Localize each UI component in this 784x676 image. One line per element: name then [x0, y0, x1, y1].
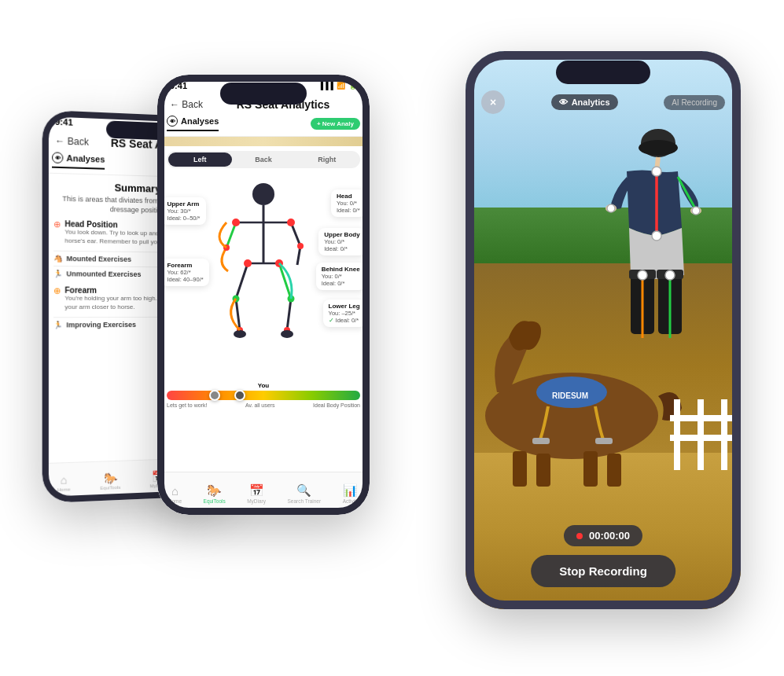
svg-rect-31 [532, 438, 550, 444]
fence-svg [670, 391, 733, 470]
search-label-m: Search Trainer [288, 498, 322, 504]
back-button-middle[interactable]: ← Back [170, 99, 203, 110]
tab-equitools-left[interactable]: 🐎 EquiTools [100, 472, 120, 490]
view-tabs: Left Back Right [167, 151, 360, 168]
phone-right: RIDESUM [466, 51, 741, 609]
recording-dot [576, 533, 583, 539]
runner-icon-1: 🏃 [53, 270, 62, 277]
close-button[interactable]: × [481, 90, 505, 114]
phone-middle-notch [220, 83, 307, 105]
you-label: You [167, 382, 360, 389]
tab-home-left[interactable]: ⌂ Home [57, 473, 70, 492]
metric-forearm: Forearm You: 62/* Ideal: 40–90/* [161, 259, 208, 286]
tab-equitools-middle[interactable]: 🐎 EquiTools [204, 483, 226, 504]
ai-label: AI Recording [672, 98, 717, 107]
ai-badge: AI Recording [664, 95, 725, 110]
signal-icon-m: ▐▐▐ [318, 82, 333, 90]
analytics-label: Analytics [572, 97, 610, 107]
svg-rect-26 [536, 454, 550, 487]
equitools-icon-left: 🐎 [104, 472, 117, 485]
rider-pose-svg [583, 118, 717, 417]
new-button-middle[interactable]: + New Analy [311, 118, 360, 130]
svg-point-50 [607, 204, 615, 212]
diary-icon-m: 📅 [249, 483, 264, 498]
svg-rect-28 [607, 454, 621, 487]
phone-middle: 9:41 ▐▐▐ 📶 🔋 ← Back RS Seat Analytics 👁 … [157, 75, 370, 515]
back-button-left[interactable]: ← Back [55, 135, 89, 148]
view-tab-right[interactable]: Right [295, 152, 359, 167]
time-middle: 9:41 [170, 81, 187, 90]
recording-bar: 00:00:00 [564, 525, 642, 546]
svg-rect-27 [583, 451, 598, 487]
metric-upper-body: Upper Body You: 0/* Ideal: 0/* [318, 228, 365, 255]
equitools-label-left: EquiTools [100, 485, 120, 490]
head-icon: ⊕ [53, 219, 61, 230]
svg-rect-25 [513, 451, 527, 487]
view-tab-back[interactable]: Back [232, 152, 296, 167]
metric-lower-leg: Lower Leg You: –25/* ✓ Ideal: 0/* [323, 299, 366, 327]
diary-label-m: MyDiary [247, 498, 266, 504]
progress-mid-label: Av. all users [245, 402, 274, 408]
home-label-m: Home [168, 498, 182, 504]
metrics-overlay: Upper Arm You: 30/* Ideal: 0–50/* Head Y… [157, 173, 370, 377]
stop-recording-button[interactable]: Stop Recording [531, 555, 675, 587]
right-top-bar: × 👁 Analytics AI Recording [481, 90, 725, 114]
tabs-middle: 👁 Analyses + New Analy [157, 116, 370, 137]
svg-rect-32 [595, 438, 613, 444]
svg-point-48 [638, 270, 647, 280]
svg-point-46 [652, 167, 661, 176]
dot-avg [234, 390, 245, 401]
progress-bar [167, 391, 360, 400]
metric-head: Head You: 0/* Ideal: 0/* [331, 189, 366, 217]
runner-icon-2: 🏃 [53, 321, 62, 329]
equitools-icon-m: 🐎 [207, 483, 222, 498]
wifi-icon-m: 📶 [337, 82, 345, 90]
metric-behind-knee: Behind Knee You: 0/* Ideal: 0/* [316, 263, 366, 290]
tab-home-middle[interactable]: ⌂ Home [168, 484, 182, 504]
tab-analyses-middle[interactable]: 👁 Analyses [167, 116, 219, 131]
home-label-left: Home [57, 487, 70, 492]
arena-strip [157, 137, 370, 146]
activity-label-m: Activity [343, 498, 359, 504]
progress-section: You Lets get to work! Av. all users Idea… [157, 377, 370, 413]
progress-left-label: Lets get to work! [167, 402, 207, 408]
svg-rect-56 [670, 435, 733, 441]
svg-point-51 [692, 207, 700, 215]
equitools-label-m: EquiTools [204, 498, 226, 504]
bottom-tab-bar-middle: ⌂ Home 🐎 EquiTools 📅 MyDiary 🔍 Search Tr… [157, 472, 370, 515]
home-icon-m: ⌂ [171, 484, 179, 498]
progress-labels: Lets get to work! Av. all users Ideal Bo… [167, 402, 360, 408]
analytics-badge: 👁 Analytics [551, 94, 618, 110]
body-chart: Upper Arm You: 30/* Ideal: 0–50/* Head Y… [157, 173, 370, 377]
phone-right-notch [556, 61, 650, 84]
tab-diary-middle[interactable]: 📅 MyDiary [247, 483, 266, 504]
activity-icon-m: 📊 [343, 483, 358, 498]
eye-icon-right: 👁 [559, 97, 568, 107]
svg-point-34 [639, 140, 678, 156]
svg-point-47 [652, 231, 661, 241]
view-tab-left[interactable]: Left [168, 152, 232, 167]
status-icons-middle: ▐▐▐ 📶 🔋 [318, 82, 357, 90]
tab-search-middle[interactable]: 🔍 Search Trainer [288, 483, 322, 504]
recording-timer: 00:00:00 [589, 530, 630, 542]
time-left: 9:41 [55, 117, 73, 127]
metric-upper-arm: Upper Arm You: 30/* Ideal: 0–50/* [161, 197, 205, 225]
svg-rect-55 [670, 415, 733, 421]
analyses-icon-left: 👁 [52, 152, 63, 163]
tab-analyses-left[interactable]: 👁 Analyses [52, 152, 105, 169]
analyses-icon-middle: 👁 [167, 116, 178, 127]
search-icon-m: 🔍 [296, 483, 311, 498]
progress-right-label: Ideal Body Position [313, 402, 360, 408]
svg-point-49 [665, 270, 675, 280]
dot-you [209, 390, 220, 401]
scene: 9:41 ▐▐▐ 📶 🔋 ← Back RS Seat Analytics 👁 … [0, 0, 784, 676]
battery-icon-m: 🔋 [348, 82, 357, 90]
horse-icon-1: 🐴 [53, 255, 62, 263]
home-icon-left: ⌂ [61, 473, 68, 487]
forearm-icon: ⊕ [53, 286, 61, 296]
tab-activity-middle[interactable]: 📊 Activity [343, 483, 359, 504]
